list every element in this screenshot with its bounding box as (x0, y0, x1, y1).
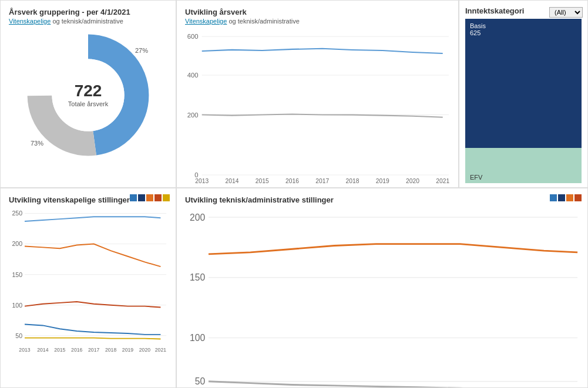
donut-pct-small: 27% (135, 47, 148, 54)
svg-text:150: 150 (190, 272, 205, 282)
bottom-right-title: Utvikling teknisk/administrative stillin… (185, 195, 579, 204)
svg-text:2020: 2020 (139, 347, 150, 353)
svg-text:2017: 2017 (88, 347, 99, 353)
income-filter-select[interactable]: (All) Basis EFV (549, 7, 583, 18)
line-top-svg: 600 400 200 0 2013 2014 2015 2016 2017 (185, 28, 450, 185)
line-top-panel: Utvikling årsverk Vitenskapelige og tekn… (176, 0, 459, 188)
income-bar-efv[interactable]: EFV (465, 148, 582, 183)
bottom-right-svg: 200 150 100 50 0 2013 2014 2015 2016 (185, 205, 579, 388)
legend2-orange (566, 194, 573, 201)
bottom-left-legend (130, 194, 170, 201)
line-top-subtitle: Vitenskapelige og teknisk/administrative (185, 18, 450, 25)
bottom-right-panel: Utvikling teknisk/administrative stillin… (176, 188, 588, 388)
svg-text:50: 50 (195, 377, 206, 387)
legend-orange (146, 194, 153, 201)
svg-text:2014: 2014 (226, 178, 239, 184)
bottom-left-chart: 250 200 150 100 50 (9, 205, 167, 368)
bottom-left-panel: Utvikling vitenskapelige stillinger 250 … (0, 188, 176, 388)
svg-text:600: 600 (187, 33, 199, 40)
donut-panel: Årsverk gruppering - per 4/1/2021 Vitens… (0, 0, 176, 188)
svg-text:100: 100 (12, 302, 22, 309)
donut-subtitle: Vitenskapelige og teknisk/administrative (9, 18, 167, 25)
svg-text:2019: 2019 (122, 347, 133, 353)
svg-text:2013: 2013 (195, 178, 209, 184)
svg-text:2021: 2021 (155, 347, 166, 353)
donut-number: 722 (68, 83, 108, 99)
svg-text:2013: 2013 (19, 347, 30, 353)
svg-text:200: 200 (187, 112, 199, 119)
income-bar-basis[interactable]: Basis 625 (465, 19, 582, 148)
svg-text:2018: 2018 (105, 347, 116, 353)
donut-center: 722 Totale årsverk (68, 83, 108, 107)
income-basis-label: Basis (470, 22, 577, 29)
bottom-right-chart: 200 150 100 50 0 2013 2014 2015 2016 (185, 205, 579, 368)
svg-text:2015: 2015 (256, 178, 269, 184)
legend2-navy (558, 194, 565, 201)
svg-text:150: 150 (12, 271, 22, 278)
svg-text:200: 200 (190, 212, 205, 222)
income-panel: Inntektskategori (All) Basis EFV Basis 6… (459, 0, 588, 188)
line-top-title: Utvikling årsverk (185, 8, 450, 16)
legend-dark-blue (130, 194, 137, 201)
svg-text:0: 0 (194, 171, 198, 178)
svg-text:2020: 2020 (406, 178, 419, 184)
svg-text:2016: 2016 (71, 347, 82, 353)
svg-text:400: 400 (187, 72, 199, 79)
svg-text:200: 200 (12, 240, 22, 247)
bottom-right-legend (550, 194, 582, 201)
income-bars: Basis 625 EFV (465, 19, 582, 183)
donut-label: Totale årsverk (68, 100, 108, 107)
dashboard: Årsverk gruppering - per 4/1/2021 Vitens… (0, 0, 588, 388)
svg-text:50: 50 (15, 332, 22, 339)
legend2-dark-blue (550, 194, 557, 201)
svg-text:2017: 2017 (315, 178, 329, 184)
donut-subtitle-link[interactable]: Vitenskapelige (9, 18, 51, 25)
svg-text:2016: 2016 (285, 178, 299, 184)
svg-text:2021: 2021 (436, 178, 449, 184)
donut-subtitle-rest: og teknisk/administrative (51, 18, 123, 25)
line-top-subtitle-link[interactable]: Vitenskapelige (185, 18, 227, 25)
donut-chart: 722 Totale årsverk 73% 27% (23, 31, 153, 160)
legend-yellow (163, 194, 170, 201)
svg-text:250: 250 (12, 210, 22, 217)
donut-title: Årsverk gruppering - per 4/1/2021 (9, 8, 167, 16)
svg-text:2015: 2015 (54, 347, 65, 353)
line-top-subtitle-rest: og teknisk/administrative (227, 18, 300, 25)
svg-text:2019: 2019 (376, 178, 389, 184)
svg-text:2014: 2014 (37, 347, 48, 353)
income-basis-value: 625 (470, 29, 577, 36)
donut-pct-large: 73% (31, 140, 43, 147)
legend-navy (138, 194, 145, 201)
bottom-left-svg: 250 200 150 100 50 (9, 205, 167, 364)
income-filter[interactable]: (All) Basis EFV (549, 6, 583, 18)
legend-red (154, 194, 162, 201)
svg-text:2018: 2018 (346, 178, 359, 184)
svg-text:100: 100 (190, 333, 205, 343)
income-efv-label: EFV (470, 174, 482, 181)
line-top-chart: 600 400 200 0 2013 2014 2015 2016 2017 (185, 28, 450, 178)
legend2-red (574, 194, 582, 201)
